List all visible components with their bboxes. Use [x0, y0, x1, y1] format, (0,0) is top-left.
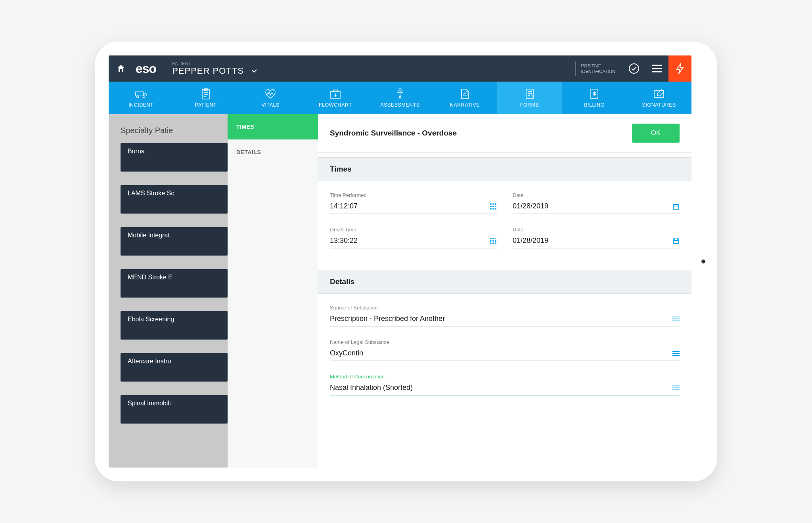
field-value: 01/28/2019: [513, 202, 548, 210]
onset-time-field[interactable]: Onset Time 13:30:22: [330, 227, 497, 248]
menu-button[interactable]: [645, 55, 668, 82]
form-panel: Syndromic Surveillance - Overdose OK Tim…: [318, 114, 691, 468]
time-performed-field[interactable]: Time Performed 14:12:07: [330, 192, 497, 214]
svg-point-25: [492, 240, 494, 242]
ambulance-icon: [135, 89, 147, 99]
form-header: Syndromic Surveillance - Overdose OK: [318, 114, 691, 153]
field-value: 01/28/2019: [513, 237, 548, 245]
form-card[interactable]: Spinal Immobili: [121, 395, 228, 424]
heartbeat-icon: [264, 89, 276, 99]
nav-patient[interactable]: PATIENT: [173, 82, 238, 114]
nav-label: FORMS: [520, 102, 539, 108]
svg-point-11: [490, 203, 492, 205]
patient-name: PEPPER POTTS: [172, 66, 244, 76]
svg-point-7: [399, 89, 401, 91]
nav-forms[interactable]: FORMS: [497, 82, 562, 114]
nav-label: INCIDENT: [128, 102, 153, 108]
tab-times[interactable]: TIMES: [228, 114, 318, 139]
svg-point-36: [672, 389, 674, 390]
tablet-home-button[interactable]: [701, 260, 705, 263]
nav-billing[interactable]: BILLING: [562, 82, 626, 114]
svg-point-22: [492, 238, 494, 239]
document-edit-icon: [460, 88, 469, 99]
emergency-button[interactable]: [668, 55, 691, 82]
nav-vitals[interactable]: VITALS: [238, 82, 303, 114]
list-select-icon[interactable]: [672, 316, 680, 322]
svg-rect-1: [136, 92, 143, 96]
home-button[interactable]: [109, 55, 133, 82]
nav-narrative[interactable]: NARRATIVE: [433, 82, 497, 114]
nav-label: VITALS: [262, 102, 280, 108]
svg-rect-20: [673, 204, 679, 209]
hamburger-icon: [652, 65, 662, 73]
svg-point-17: [490, 208, 492, 210]
svg-point-33: [672, 320, 674, 321]
field-label: Date: [513, 192, 680, 198]
nav-signatures[interactable]: SIGNATURES: [627, 82, 691, 114]
check-button[interactable]: [622, 55, 645, 82]
medkit-icon: [330, 89, 341, 99]
nav-assessments[interactable]: ASSESSMENTS: [368, 82, 432, 114]
svg-point-16: [495, 206, 496, 207]
tab-details[interactable]: DETAILS: [228, 139, 318, 165]
nav-label: BILLING: [584, 102, 604, 108]
field-label: Time Performed: [330, 192, 497, 198]
tablet-frame: eso PATIENT PEPPER POTTS POSITIVE IDENTI…: [95, 42, 717, 481]
field-value: 14:12:07: [330, 202, 358, 210]
source-substance-field[interactable]: Source of Substance Prescription - Presc…: [330, 305, 680, 326]
svg-point-34: [672, 385, 674, 386]
section-header-details: Details: [318, 270, 691, 294]
form-section-nav: TIMES DETAILS: [228, 114, 318, 468]
left-panel-title: Specialty Patie: [109, 126, 228, 135]
keypad-icon[interactable]: [490, 237, 497, 244]
svg-point-35: [672, 387, 674, 388]
form-card[interactable]: Aftercare Instru: [121, 353, 228, 382]
lightning-icon: [676, 63, 684, 74]
section-header-times: Times: [318, 157, 691, 181]
svg-point-32: [672, 318, 674, 319]
field-label: Source of Substance: [330, 305, 680, 311]
form-card[interactable]: Mobile Integrat: [121, 227, 228, 256]
multi-list-icon[interactable]: [672, 351, 680, 356]
form-card[interactable]: MEND Stroke E: [121, 269, 228, 298]
svg-rect-4: [202, 90, 209, 99]
method-consumption-field[interactable]: Method of Consumption Nasal Inhalation (…: [330, 374, 680, 395]
legal-substance-field[interactable]: Name of Legal Substance OxyContin: [330, 339, 680, 361]
form-icon: [525, 88, 534, 99]
body-icon: [396, 88, 404, 100]
app-screen: eso PATIENT PEPPER POTTS POSITIVE IDENTI…: [109, 55, 691, 468]
svg-point-14: [490, 206, 492, 207]
calendar-icon[interactable]: [672, 237, 680, 244]
date-field[interactable]: Date 01/28/2019: [513, 227, 680, 248]
ok-button[interactable]: OK: [632, 124, 680, 143]
nav-label: SIGNATURES: [642, 102, 676, 108]
nav-flowchart[interactable]: FLOWCHART: [303, 82, 368, 114]
svg-point-0: [629, 64, 639, 73]
form-card[interactable]: LAMS Stroke Sc: [121, 185, 228, 214]
calendar-icon[interactable]: [672, 203, 680, 210]
nav-label: ASSESSMENTS: [380, 102, 419, 108]
patient-selector[interactable]: PATIENT PEPPER POTTS: [164, 61, 575, 76]
field-label: Name of Legal Substance: [330, 339, 680, 345]
positive-id-label: POSITIVE IDENTIFICATION: [575, 61, 622, 76]
svg-point-27: [490, 242, 492, 244]
nav-incident[interactable]: INCIDENT: [109, 82, 173, 114]
date-field[interactable]: Date 01/28/2019: [513, 192, 680, 214]
field-value: Nasal Inhalation (Snorted): [330, 384, 413, 392]
list-select-icon[interactable]: [672, 385, 680, 391]
nav-label: PATIENT: [195, 102, 216, 108]
left-panel: Specialty Patie Burns LAMS Stroke Sc Mob…: [109, 114, 228, 468]
svg-point-21: [490, 238, 492, 239]
svg-point-31: [672, 316, 674, 317]
nav-label: NARRATIVE: [450, 102, 480, 108]
svg-rect-30: [673, 239, 679, 244]
field-value: OxyContin: [330, 349, 363, 357]
check-circle-icon: [628, 63, 640, 74]
clipboard-icon: [201, 88, 211, 99]
field-label: Onset Time: [330, 227, 497, 233]
svg-point-26: [495, 240, 496, 242]
form-card[interactable]: Ebola Screening: [121, 311, 228, 340]
svg-point-15: [492, 206, 494, 207]
keypad-icon[interactable]: [490, 203, 497, 210]
form-card[interactable]: Burns: [121, 143, 228, 172]
